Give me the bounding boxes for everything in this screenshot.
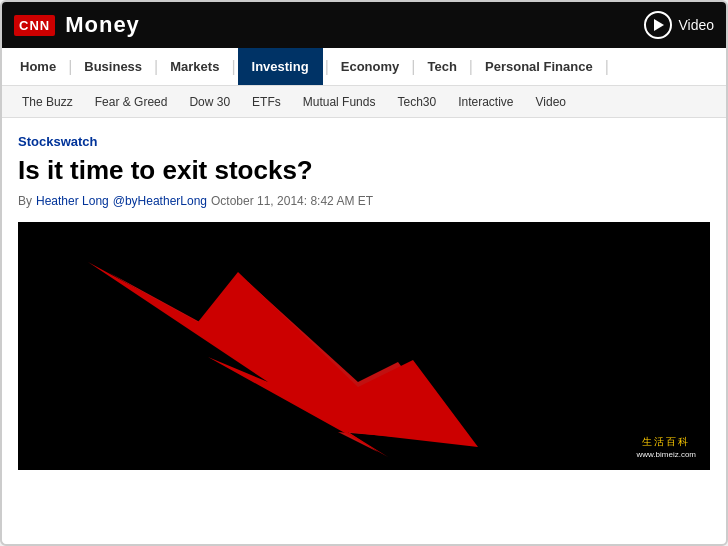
sub-nav-tech30[interactable]: Tech30 — [387, 86, 446, 117]
article-image: 生活百科 www.bimeiz.com — [18, 222, 710, 470]
sub-nav-fear-greed[interactable]: Fear & Greed — [85, 86, 178, 117]
sub-nav-video[interactable]: Video — [526, 86, 576, 117]
article-title: Is it time to exit stocks? — [18, 155, 710, 186]
nav-separator-4: | — [323, 58, 331, 76]
watermark-url: www.bimeiz.com — [636, 449, 696, 460]
nav-item-investing[interactable]: Investing — [238, 48, 323, 85]
nav-item-economy[interactable]: Economy — [331, 48, 410, 85]
sub-nav-the-buzz[interactable]: The Buzz — [12, 86, 83, 117]
nav-separator-3: | — [229, 58, 237, 76]
nav-separator-2: | — [152, 58, 160, 76]
author-link[interactable]: Heather Long — [36, 194, 109, 208]
nav-item-business[interactable]: Business — [74, 48, 152, 85]
cnn-header: CNN Money Video — [2, 2, 726, 48]
svg-marker-1 — [88, 262, 478, 457]
nav-item-home[interactable]: Home — [10, 48, 66, 85]
sub-nav-dow30[interactable]: Dow 30 — [179, 86, 240, 117]
nav-separator-7: | — [603, 58, 611, 76]
nav-item-personal-finance[interactable]: Personal Finance — [475, 48, 603, 85]
nav-item-tech[interactable]: Tech — [417, 48, 466, 85]
twitter-link[interactable]: @byHeatherLong — [113, 194, 207, 208]
browser-frame: CNN Money Video Home | Business | Market… — [0, 0, 728, 546]
content-area: Stockswatch Is it time to exit stocks? B… — [2, 118, 726, 470]
play-triangle — [654, 19, 664, 31]
sub-nav-etfs[interactable]: ETFs — [242, 86, 291, 117]
video-button[interactable]: Video — [644, 11, 714, 39]
nav-separator-5: | — [409, 58, 417, 76]
sub-nav: The Buzz Fear & Greed Dow 30 ETFs Mutual… — [2, 86, 726, 118]
sub-nav-mutual-funds[interactable]: Mutual Funds — [293, 86, 386, 117]
site-name: Money — [65, 12, 140, 38]
red-arrow-overlay — [78, 242, 498, 462]
watermark: 生活百科 www.bimeiz.com — [632, 433, 700, 462]
play-icon — [644, 11, 672, 39]
watermark-chinese: 生活百科 — [642, 435, 690, 449]
byline-prefix: By — [18, 194, 32, 208]
article-date: October 11, 2014: 8:42 AM ET — [211, 194, 373, 208]
logo-area: CNN Money — [14, 12, 140, 38]
nav-separator-1: | — [66, 58, 74, 76]
sub-nav-interactive[interactable]: Interactive — [448, 86, 523, 117]
byline: By Heather Long @byHeatherLong October 1… — [18, 194, 710, 208]
cnn-logo: CNN — [14, 15, 55, 36]
video-label: Video — [678, 17, 714, 33]
main-nav: Home | Business | Markets | Investing | … — [2, 48, 726, 86]
nav-separator-6: | — [467, 58, 475, 76]
nav-item-markets[interactable]: Markets — [160, 48, 229, 85]
section-label[interactable]: Stockswatch — [18, 134, 710, 149]
